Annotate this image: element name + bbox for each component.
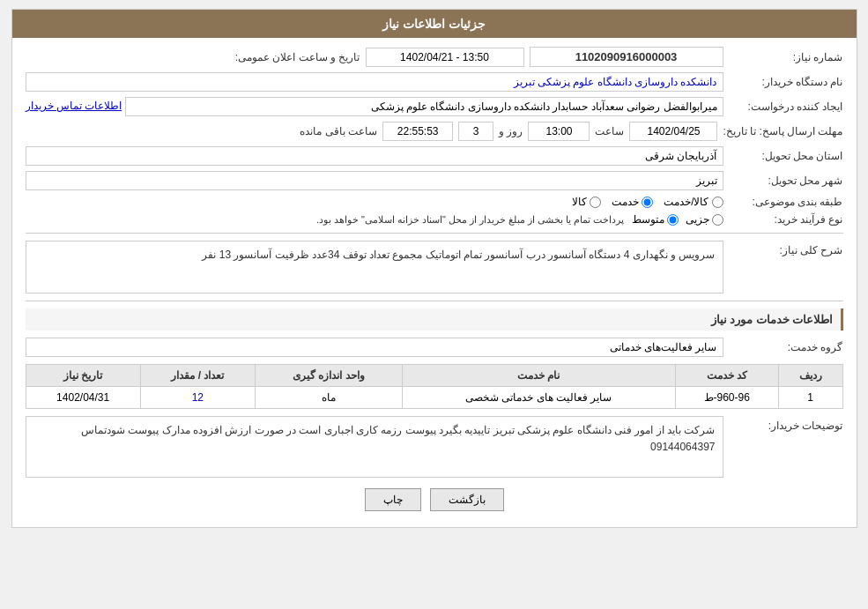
radio-motasat-label: متوسط <box>632 213 664 226</box>
cell-radif: 1 <box>778 387 842 409</box>
tvsiyat-label: توضیحات خریدار: <box>729 416 843 432</box>
cell-name: سایر فعالیت های خدماتی شخصی <box>402 387 675 409</box>
divider-2 <box>26 301 843 301</box>
content-area: شماره نیاز: 1102090916000003 1402/04/21 … <box>12 38 857 527</box>
radio-jozei[interactable]: جزیی <box>686 213 723 226</box>
tabaqe-label: طبقه بندی موضوعی: <box>729 196 843 208</box>
shomareNiaz-label: شماره نیاز: <box>729 51 843 63</box>
mohlat-label: مهلت ارسال پاسخ: تا تاریخ: <box>723 125 842 137</box>
col-name: نام خدمت <box>402 365 675 387</box>
divider-1 <box>26 233 843 234</box>
row-noeFarayand: نوع فرآیند خرید: جزیی متوسط پرداخت تمام … <box>26 213 843 226</box>
row-namDastgah: نام دستگاه خریدار: دانشکده داروسازی دانش… <box>26 72 843 92</box>
ostan-label: استان محل تحویل: <box>729 150 843 162</box>
baghimande-label: ساعت باقی مانده <box>300 125 377 137</box>
page-header: جزئیات اطلاعات نیاز <box>12 10 857 38</box>
shahr-value: تبریز <box>26 171 723 190</box>
radio-khadamat-label: خدمت <box>612 196 639 208</box>
cell-kod: 960-96-ط <box>675 387 778 409</box>
cell-tedad: 12 <box>140 387 255 409</box>
tarikhAelan-value: 1402/04/21 - 13:50 <box>366 48 524 67</box>
radio-kala-input[interactable] <box>590 197 601 208</box>
namDastgah-label: نام دستگاه خریدار: <box>729 76 843 88</box>
khadamat-section-title: اطلاعات خدمات مورد نیاز <box>26 308 843 330</box>
saat-label: ساعت <box>595 125 624 137</box>
button-row: بازگشت چاپ <box>26 488 843 511</box>
services-table: ردیف کد خدمت نام خدمت واحد اندازه گیری ت… <box>26 364 843 409</box>
tabaqe-radiogroup: کالا/خدمت خدمت کالا <box>26 196 723 208</box>
shomareNiaz-value: 1102090916000003 <box>530 47 723 67</box>
groheKhadamat-value: سایر فعالیت‌های خدماتی <box>26 338 723 357</box>
table-row: 1 960-96-ط سایر فعالیت های خدماتی شخصی م… <box>26 387 842 409</box>
row-tvsiyat: توضیحات خریدار: شرکت باید از امور فنی دا… <box>26 416 843 478</box>
row-shomareNiaz: شماره نیاز: 1102090916000003 1402/04/21 … <box>26 47 843 67</box>
groheKhadamat-label: گروه خدمت: <box>729 341 843 353</box>
radio-kala-khadamat-label: کالا/خدمت <box>664 196 708 208</box>
rooz-label: روز و <box>499 125 523 137</box>
table-header: ردیف کد خدمت نام خدمت واحد اندازه گیری ت… <box>26 365 842 387</box>
radio-motasat-input[interactable] <box>667 214 679 226</box>
row-groheKhadamat: گروه خدمت: سایر فعالیت‌های خدماتی <box>26 338 843 357</box>
page-container: جزئیات اطلاعات نیاز شماره نیاز: 11020909… <box>11 9 857 528</box>
col-kod: کد خدمت <box>675 365 778 387</box>
sharhKoli-value: سرویس و نگهداری 4 دستگاه آسانسور درب آسا… <box>26 241 723 293</box>
saat-value: 13:00 <box>528 122 590 141</box>
radio-khadamat-input[interactable] <box>642 197 653 208</box>
radio-jozei-input[interactable] <box>712 214 723 226</box>
radio-khadamat[interactable]: خدمت <box>612 196 653 208</box>
baghimande-value: 22:55:53 <box>382 122 453 141</box>
row-ostan: استان محل تحویل: آذربایجان شرقی <box>26 146 843 166</box>
noeFarayand-label: نوع فرآیند خرید: <box>729 213 843 226</box>
noeFarayand-note: پرداخت تمام یا بخشی از مبلغ خریدار از مح… <box>316 214 625 226</box>
tvsiyat-value: شرکت باید از امور فنی دانشگاه علوم پزشکی… <box>26 416 723 478</box>
radio-motasat[interactable]: متوسط <box>632 213 679 226</box>
row-ijadKonande: ایجاد کننده درخواست: میرابوالفضل رضوانی … <box>26 97 843 116</box>
col-tarikh: تاریخ نیاز <box>26 365 140 387</box>
col-vahed: واحد اندازه گیری <box>255 365 402 387</box>
row-mohlat: مهلت ارسال پاسخ: تا تاریخ: 1402/04/25 سا… <box>26 122 843 141</box>
ijadKonande-label: ایجاد کننده درخواست: <box>729 100 843 113</box>
row-sharhKoli: شرح کلی نیاز: سرویس و نگهداری 4 دستگاه آ… <box>26 241 843 293</box>
radio-kala[interactable]: کالا <box>572 196 601 208</box>
ostan-value: آذربایجان شرقی <box>26 146 723 166</box>
rooz-value: 3 <box>458 122 493 141</box>
ijadKonande-link[interactable]: اطلاعات تماس خریدار <box>26 97 122 116</box>
shahr-label: شهر محل تحویل: <box>729 175 843 187</box>
row-tabaqe: طبقه بندی موضوعی: کالا/خدمت خدمت کالا <box>26 196 843 208</box>
cell-tarikh: 1402/04/31 <box>26 387 140 409</box>
col-tedad: تعداد / مقدار <box>140 365 255 387</box>
table-body: 1 960-96-ط سایر فعالیت های خدماتی شخصی م… <box>26 387 842 409</box>
mohlat-date: 1402/04/25 <box>629 122 717 141</box>
ijadKonande-value: میرابوالفضل رضوانی سعدآباد حسابدار دانشک… <box>125 97 723 116</box>
cell-vahed: ماه <box>255 387 402 409</box>
tarikhAelan-label: تاریخ و ساعت اعلان عمومی: <box>235 51 360 63</box>
radio-kala-label: کالا <box>572 196 587 208</box>
col-radif: ردیف <box>778 365 842 387</box>
radio-kala-khadamat-input[interactable] <box>712 197 723 208</box>
radio-jozei-label: جزیی <box>686 213 709 226</box>
sharhKoli-label: شرح کلی نیاز: <box>729 241 843 256</box>
row-shahr: شهر محل تحویل: تبریز <box>26 171 843 190</box>
page-title: جزئیات اطلاعات نیاز <box>382 17 486 31</box>
radio-kala-khadamat[interactable]: کالا/خدمت <box>664 196 723 208</box>
back-button[interactable]: بازگشت <box>430 488 504 511</box>
print-button[interactable]: چاپ <box>365 488 421 511</box>
namDastgah-value: دانشکده داروسازی دانشگاه علوم پزشکی تبری… <box>26 72 723 92</box>
